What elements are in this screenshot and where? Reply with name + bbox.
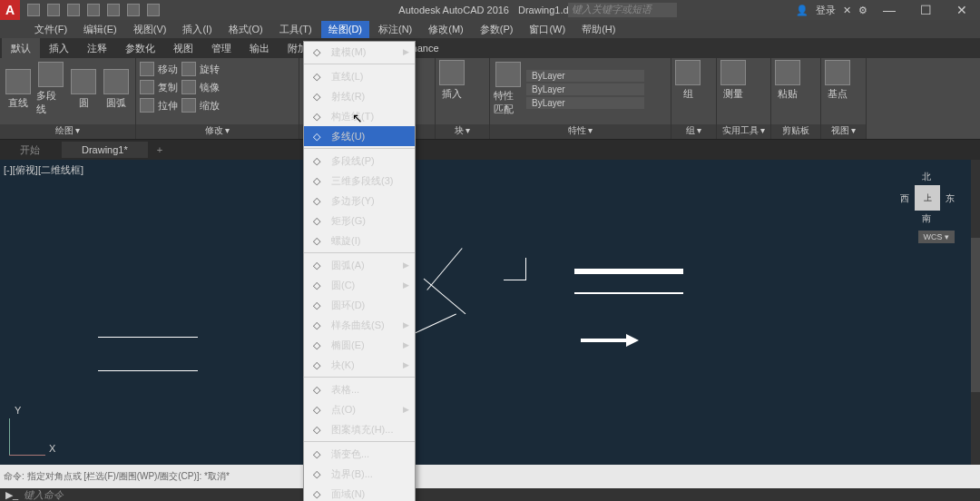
base-button[interactable]: 基点: [823, 60, 852, 101]
menu-item[interactable]: ◇直线(L): [304, 66, 415, 86]
menu-item[interactable]: ◇圆弧(A)▶: [304, 255, 415, 275]
menu-item[interactable]: ◇样条曲线(S)▶: [304, 315, 415, 335]
panel-label-util[interactable]: 实用工具 ▾: [717, 124, 770, 139]
menu-item[interactable]: ◇表格...: [304, 379, 415, 399]
menu-item[interactable]: ◇建模(M)▶: [304, 42, 415, 62]
menu-edit[interactable]: 编辑(E): [76, 21, 124, 38]
submenu-arrow-icon: ▶: [403, 320, 409, 329]
menu-dim[interactable]: 标注(N): [371, 21, 419, 38]
lineweight-dropdown[interactable]: ByLayer: [526, 84, 644, 95]
menu-item[interactable]: ◇矩形(G): [304, 211, 415, 231]
measure-button[interactable]: 测量: [719, 60, 748, 101]
tab-annotate[interactable]: 注释: [78, 38, 116, 59]
panel-label-prop[interactable]: 特性 ▾: [490, 124, 671, 139]
menu-file[interactable]: 文件(F): [27, 21, 74, 38]
group-button[interactable]: 组: [673, 60, 702, 101]
menu-item[interactable]: ◇多边形(Y): [304, 191, 415, 211]
panel-label-draw[interactable]: 绘图 ▾: [0, 124, 135, 139]
panel-label-group[interactable]: 组 ▾: [671, 124, 716, 139]
menu-item[interactable]: ◇三维多段线(3): [304, 171, 415, 191]
panel-label-modify[interactable]: 修改 ▾: [136, 124, 299, 139]
exchange-icon[interactable]: ✕: [843, 5, 851, 16]
stretch-icon[interactable]: [140, 98, 154, 113]
move-icon[interactable]: [140, 62, 154, 76]
menu-draw[interactable]: 绘图(D): [321, 21, 369, 38]
paste-icon: [775, 60, 800, 85]
login-button[interactable]: 登录: [816, 4, 836, 17]
matchprop-button[interactable]: 特性匹配: [494, 62, 523, 116]
user-icon[interactable]: 👤: [796, 5, 808, 16]
menu-tools[interactable]: 工具(T): [272, 21, 319, 38]
menu-item[interactable]: ◇面域(N): [304, 484, 415, 501]
drawn-line: [574, 269, 683, 274]
menu-insert[interactable]: 插入(I): [175, 21, 219, 38]
tab-start[interactable]: 开始: [0, 141, 60, 160]
circle-button[interactable]: 圆: [69, 69, 98, 110]
menu-param[interactable]: 参数(P): [473, 21, 521, 38]
scale-icon[interactable]: [181, 98, 196, 113]
panel-label-block[interactable]: 块 ▾: [436, 124, 489, 139]
menu-help[interactable]: 帮助(H): [574, 21, 622, 38]
mirror-icon[interactable]: [181, 80, 196, 94]
close-button[interactable]: ✕: [947, 2, 976, 18]
tab-drawing1[interactable]: Drawing1*: [62, 142, 148, 158]
menu-item[interactable]: ◇块(K)▶: [304, 355, 415, 375]
paste-button[interactable]: 粘贴: [773, 60, 802, 101]
search-input[interactable]: 键入关键字或短语: [568, 3, 677, 17]
menu-window[interactable]: 窗口(W): [522, 21, 573, 38]
command-input[interactable]: 键入命令: [24, 488, 64, 502]
insert-button[interactable]: 插入: [437, 60, 466, 101]
polyline-button[interactable]: 多段线: [36, 62, 65, 116]
navigation-bar[interactable]: [971, 238, 980, 392]
minimize-button[interactable]: —: [875, 2, 904, 18]
view-cube[interactable]: 北 南 东 西 上: [900, 171, 955, 225]
command-prompt-icon[interactable]: ▶_: [5, 489, 18, 501]
copy-icon[interactable]: [140, 80, 154, 94]
tab-output[interactable]: 输出: [240, 38, 279, 59]
tab-param[interactable]: 参数化: [116, 38, 164, 59]
drawing-canvas[interactable]: [-][俯视][二维线框] Y X 北 南 东 西 上 WCS ▾: [0, 160, 971, 465]
menu-item[interactable]: ◇射线(R): [304, 86, 415, 106]
menu-modify[interactable]: 修改(M): [421, 21, 471, 38]
new-icon[interactable]: [27, 4, 40, 16]
ucs-icon[interactable]: Y X: [9, 418, 45, 456]
saveas-icon[interactable]: [87, 4, 100, 16]
open-icon[interactable]: [47, 4, 60, 16]
tab-manage[interactable]: 管理: [202, 38, 240, 59]
tab-insert[interactable]: 插入: [40, 38, 78, 59]
maximize-button[interactable]: ☐: [911, 2, 940, 18]
menu-item[interactable]: ◇圆环(D): [304, 295, 415, 315]
plot-icon[interactable]: [107, 4, 120, 16]
undo-icon[interactable]: [127, 4, 140, 16]
drawn-line: [426, 248, 462, 290]
menu-item[interactable]: ◇点(O)▶: [304, 399, 415, 419]
arc-icon: [103, 69, 129, 94]
line-button[interactable]: 直线: [4, 69, 33, 110]
viewport-label[interactable]: [-][俯视][二维线框]: [4, 163, 83, 177]
new-tab-button[interactable]: +: [150, 142, 170, 158]
menu-item[interactable]: ◇多线(U): [304, 126, 415, 146]
redo-icon[interactable]: [147, 4, 160, 16]
menu-item[interactable]: ◇图案填充(H)...: [304, 419, 415, 439]
menu-item[interactable]: ◇边界(B)...: [304, 464, 415, 484]
menu-item[interactable]: ◇椭圆(E)▶: [304, 335, 415, 355]
menu-item[interactable]: ◇圆(C)▶: [304, 275, 415, 295]
command-bar[interactable]: 命令: 指定对角点或 [栏选(F)/圈围(WP)/圈交(CP)]: *取消*: [0, 465, 980, 488]
color-dropdown[interactable]: ByLayer: [526, 70, 644, 82]
menu-item[interactable]: ◇螺旋(I): [304, 231, 415, 250]
save-icon[interactable]: [67, 4, 80, 16]
tab-view[interactable]: 视图: [164, 38, 202, 59]
rotate-icon[interactable]: [181, 62, 196, 76]
tab-default[interactable]: 默认: [2, 38, 40, 59]
app-logo-icon[interactable]: A: [0, 0, 20, 20]
menu-item[interactable]: ◇多段线(P): [304, 151, 415, 171]
linetype-dropdown[interactable]: ByLayer: [526, 97, 644, 109]
menu-view[interactable]: 视图(V): [126, 21, 174, 38]
menu-format[interactable]: 格式(O): [221, 21, 270, 38]
help-icon[interactable]: ⚙: [858, 5, 867, 16]
wcs-dropdown[interactable]: WCS ▾: [918, 231, 956, 243]
panel-label-view[interactable]: 视图 ▾: [821, 124, 866, 139]
panel-label-clip[interactable]: 剪贴板: [771, 124, 820, 139]
arc-button[interactable]: 圆弧: [102, 69, 131, 110]
menu-item[interactable]: ◇渐变色...: [304, 444, 415, 464]
